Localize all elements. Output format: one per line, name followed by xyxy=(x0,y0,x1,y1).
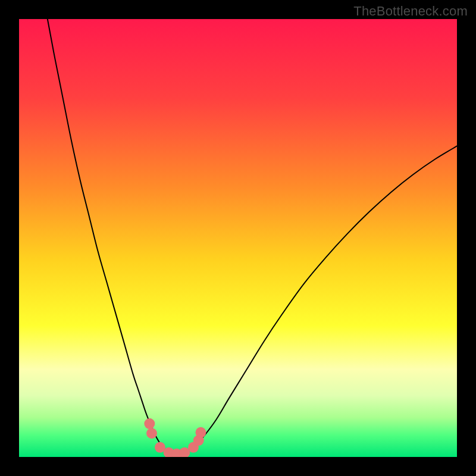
watermark-label: TheBottleneck.com xyxy=(353,4,468,19)
gradient-background xyxy=(19,19,457,457)
chart-frame: TheBottleneck.com xyxy=(0,0,476,476)
marker-dot xyxy=(195,427,206,438)
marker-dot xyxy=(144,418,155,429)
marker-dot xyxy=(146,428,157,439)
chart-svg xyxy=(19,19,457,457)
plot-area xyxy=(19,19,457,457)
